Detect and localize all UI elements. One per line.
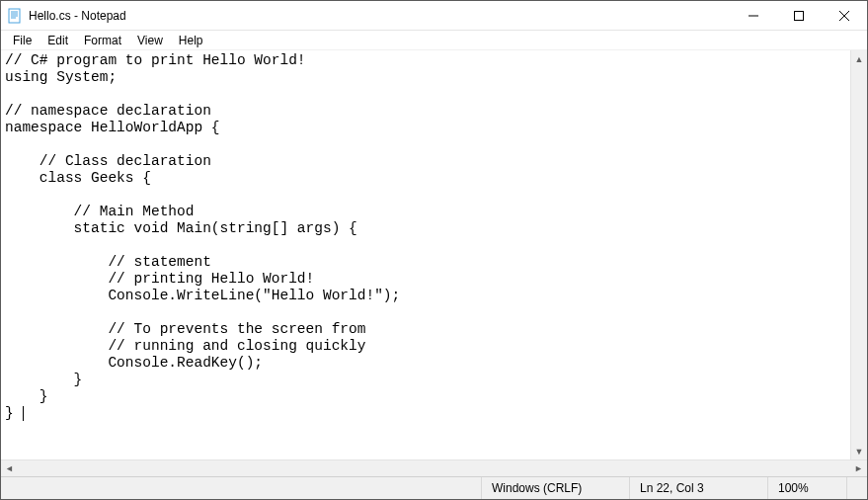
menu-help[interactable]: Help: [171, 33, 211, 48]
statusbar: Windows (CRLF) Ln 22, Col 3 100%: [1, 476, 867, 499]
text-editor[interactable]: // C# program to print Hello World! usin…: [1, 50, 867, 459]
text-cursor: [23, 406, 24, 421]
titlebar: Hello.cs - Notepad: [1, 1, 867, 31]
status-zoom: 100%: [767, 477, 846, 499]
svg-rect-6: [795, 11, 804, 20]
menu-file[interactable]: File: [5, 33, 39, 48]
status-empty: [846, 477, 867, 499]
notepad-icon: [7, 8, 23, 24]
close-button[interactable]: [822, 1, 867, 30]
menu-format[interactable]: Format: [76, 33, 129, 48]
scroll-right-icon[interactable]: ►: [850, 460, 867, 477]
vertical-scrollbar[interactable]: ▲ ▼: [850, 50, 867, 459]
window-title: Hello.cs - Notepad: [29, 9, 731, 23]
window-controls: [731, 1, 867, 30]
menubar: File Edit Format View Help: [1, 31, 867, 50]
editor-area: // C# program to print Hello World! usin…: [1, 50, 867, 476]
hscroll-track[interactable]: [18, 460, 850, 476]
menu-view[interactable]: View: [129, 33, 171, 48]
scroll-down-icon[interactable]: ▼: [851, 443, 867, 459]
menu-edit[interactable]: Edit: [39, 33, 76, 48]
status-cursor-position: Ln 22, Col 3: [629, 477, 767, 499]
scroll-left-icon[interactable]: ◄: [1, 460, 18, 477]
maximize-button[interactable]: [776, 1, 822, 30]
horizontal-scrollbar[interactable]: ◄ ►: [1, 459, 867, 476]
minimize-button[interactable]: [731, 1, 776, 30]
status-line-ending: Windows (CRLF): [481, 477, 629, 499]
scroll-up-icon[interactable]: ▲: [851, 50, 867, 67]
vscroll-track[interactable]: [851, 67, 867, 443]
